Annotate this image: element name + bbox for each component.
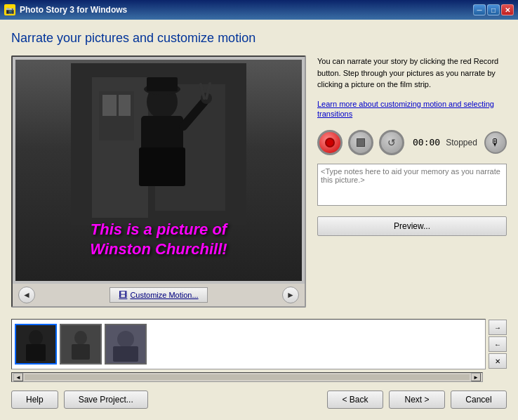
film-strip-area: → ← ✕ [11, 319, 507, 369]
thumb-3-bg [106, 325, 145, 363]
back-button[interactable]: < Back [327, 391, 383, 409]
next-image-button[interactable]: ► [282, 287, 299, 303]
svg-rect-4 [102, 95, 117, 116]
mic-button[interactable]: 🎙 [484, 131, 507, 154]
minimize-button[interactable]: ─ [473, 4, 486, 15]
customize-motion-button[interactable]: 🎞 Customize Motion... [109, 287, 207, 303]
description-text: You can narrate your story by clicking t… [317, 55, 507, 91]
rewind-button[interactable]: ↺ [379, 130, 404, 155]
app-title: Photo Story 3 for Windows [20, 5, 469, 15]
strip-left-button[interactable]: ← [489, 336, 507, 352]
stop-button[interactable] [348, 130, 373, 155]
maximize-button[interactable]: □ [487, 4, 500, 15]
strip-right-button[interactable]: → [489, 320, 507, 335]
svg-rect-17 [26, 344, 46, 361]
save-project-button[interactable]: Save Project... [64, 391, 148, 409]
film-strip-scrollbar[interactable]: ◄ ► [11, 372, 483, 382]
learn-more-link[interactable]: Learn more about customizing motion and … [317, 99, 507, 119]
scroll-track [25, 374, 470, 380]
notes-textarea[interactable] [317, 164, 507, 206]
thumb-2-bg [61, 325, 100, 363]
page-title: Narrate your pictures and customize moti… [11, 31, 507, 46]
svg-rect-14 [139, 147, 185, 186]
mic-icon: 🎙 [491, 137, 500, 148]
record-icon [325, 138, 335, 147]
film-thumb-2[interactable] [60, 324, 102, 365]
main-window: Narrate your pictures and customize moti… [0, 20, 518, 420]
svg-point-22 [117, 331, 134, 348]
scroll-right-arrow[interactable]: ► [471, 373, 481, 381]
content-area: This is a picture of Winston Churchill! … [11, 55, 507, 308]
title-bar: 📷 Photo Story 3 for Windows ─ □ ✕ [0, 0, 518, 20]
thumb-1-bg [16, 325, 55, 363]
thumb-3-image [106, 325, 145, 363]
bottom-buttons: Help Save Project... < Back Next > Cance… [11, 391, 507, 409]
svg-point-19 [74, 331, 87, 345]
motion-icon: 🎞 [119, 290, 127, 300]
churchill-figure [71, 63, 246, 225]
image-text-overlay: This is a picture of Winston Churchill! [15, 220, 302, 260]
strip-side-buttons: → ← ✕ [489, 320, 507, 369]
film-thumb-3[interactable] [105, 324, 147, 365]
timer-display: 00:00 [413, 137, 440, 147]
next-button[interactable]: Next > [389, 391, 445, 409]
svg-rect-23 [113, 346, 138, 362]
image-container: This is a picture of Winston Churchill! [15, 60, 302, 281]
status-text: Stopped [446, 138, 477, 147]
rewind-icon: ↺ [387, 137, 396, 148]
scroll-left-arrow[interactable]: ◄ [13, 373, 23, 381]
prev-image-button[interactable]: ◄ [18, 287, 35, 303]
svg-rect-5 [119, 95, 131, 116]
svg-rect-20 [72, 344, 90, 360]
title-bar-buttons: ─ □ ✕ [473, 4, 514, 15]
svg-point-16 [29, 330, 43, 346]
app-icon: 📷 [4, 4, 15, 15]
learn-more-anchor[interactable]: Learn more about customizing motion and … [317, 100, 494, 118]
preview-button[interactable]: Preview... [317, 216, 507, 236]
cancel-button[interactable]: Cancel [451, 391, 507, 409]
main-image: This is a picture of Winston Churchill! [15, 60, 302, 281]
right-panel: You can narrate your story by clicking t… [317, 55, 507, 308]
svg-rect-13 [147, 77, 178, 91]
nav-bar: ◄ 🎞 Customize Motion... ► [13, 284, 305, 306]
film-strip-container[interactable] [11, 319, 486, 369]
thumb-1-image [16, 325, 55, 363]
stop-icon [357, 138, 365, 147]
audio-controls: ↺ 00:00 Stopped 🎙 [317, 130, 507, 155]
thumb-2-image [61, 325, 100, 363]
strip-delete-button[interactable]: ✕ [489, 353, 507, 369]
close-button[interactable]: ✕ [501, 4, 514, 15]
left-panel: This is a picture of Winston Churchill! … [11, 55, 306, 308]
film-thumb-1[interactable] [15, 324, 57, 365]
notes-wrapper [317, 164, 507, 208]
help-button[interactable]: Help [11, 391, 58, 409]
record-button[interactable] [317, 130, 343, 155]
